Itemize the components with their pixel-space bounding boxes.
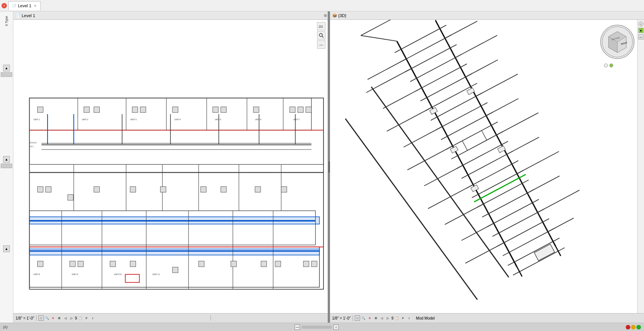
svg-rect-29 <box>38 107 43 113</box>
svg-rect-47 <box>201 186 206 192</box>
status-icon-rect[interactable]: □ <box>38 315 44 321</box>
status-icon-i[interactable]: I <box>90 315 95 321</box>
viewport-right: 📦 {3D} <box>330 11 644 323</box>
status-icon-clip-r[interactable]: 📋 <box>394 315 400 321</box>
svg-rect-63 <box>231 261 237 267</box>
svg-text:UNIT-7: UNIT-7 <box>293 118 300 121</box>
separator-right <box>352 315 353 321</box>
status-icon-f[interactable]: F <box>84 315 89 321</box>
svg-text:UNIT-5: UNIT-5 <box>215 118 221 121</box>
svg-line-2 <box>322 36 324 38</box>
cube-nav-btn-2[interactable] <box>609 64 613 67</box>
view-title-label-right: {3D} <box>338 13 346 18</box>
mini-btn-3[interactable]: — <box>638 34 644 40</box>
cube-circle[interactable]: RIGHT BOTTOM <box>600 25 634 59</box>
sidebar-btn-1[interactable]: ▲ <box>3 65 10 72</box>
toolbar-2d-btn[interactable]: 2D <box>317 22 325 30</box>
svg-rect-100 <box>330 30 644 304</box>
scale-label-right: 1/8" = 1'-0" <box>332 316 351 320</box>
view-title-label-left: Level 1 <box>22 13 35 18</box>
view-title-icon-right: 📦 <box>332 13 337 18</box>
svg-text:2D: 2D <box>319 25 323 29</box>
svg-rect-39 <box>298 107 303 113</box>
svg-rect-44 <box>94 186 100 192</box>
status-icon-prev-r[interactable]: ◁ <box>379 315 384 321</box>
svg-rect-66 <box>303 261 309 267</box>
cube-nav-btn-1[interactable] <box>604 64 608 67</box>
toolbar-minus-btn[interactable]: — <box>317 40 325 49</box>
floorplan-area[interactable]: UNIT-1 UNIT-2 UNIT-3 UNIT-4 UNIT-5 UNIT-… <box>13 20 328 313</box>
tab-level1[interactable]: 📄 Level 1 × <box>8 1 41 10</box>
svg-line-157 <box>425 20 461 21</box>
minimize-left[interactable] <box>324 14 327 17</box>
svg-rect-38 <box>290 107 295 113</box>
status-icon-clip[interactable]: 📋 <box>78 315 83 321</box>
status-icon-gear-r[interactable]: ⚙ <box>373 315 378 321</box>
svg-rect-31 <box>94 107 100 113</box>
sidebar-btn-2[interactable]: ▲ <box>3 156 10 163</box>
svg-rect-48 <box>221 186 226 192</box>
svg-rect-30 <box>84 107 89 113</box>
svg-rect-56 <box>38 261 43 267</box>
svg-rect-46 <box>160 186 166 192</box>
status-icon-search[interactable]: 🔍 <box>45 315 50 321</box>
global-close-btn[interactable] <box>626 325 630 329</box>
tab-level1-label: Level 1 <box>18 3 31 8</box>
sidebar-btn-3[interactable]: ▲ <box>3 245 10 252</box>
threeD-area[interactable] <box>330 20 644 313</box>
svg-text:UNIT-2: UNIT-2 <box>82 118 88 121</box>
svg-rect-32 <box>132 107 138 113</box>
svg-text:UNIT-4: UNIT-4 <box>174 118 181 121</box>
mini-btn-2[interactable]: ■ <box>638 28 644 33</box>
svg-text:UNIT-9: UNIT-9 <box>72 273 78 275</box>
center-sep <box>210 315 211 321</box>
global-btn-2[interactable]: ○ <box>333 325 339 330</box>
content-area: it Type ▲ ▲ ▲ 📄 Level 1 <box>0 11 644 323</box>
status-bar-left: 1/8" = 1'-0" □ 🔍 ✕ ⚙ ◁ ▷ 9 📋 F I <box>13 313 328 323</box>
mini-btn-1[interactable]: ○ <box>638 21 644 27</box>
svg-text:UNIT-6: UNIT-6 <box>255 118 261 121</box>
status-icon-gear[interactable]: ⚙ <box>57 315 62 321</box>
global-min-btn[interactable] <box>631 325 636 329</box>
svg-rect-34 <box>172 107 178 113</box>
svg-rect-43 <box>68 195 73 201</box>
status-icon-f-r[interactable]: F <box>400 315 406 321</box>
svg-rect-65 <box>275 261 281 267</box>
close-button[interactable]: × <box>2 3 7 8</box>
status-icon-rect-r[interactable]: □ <box>355 315 360 321</box>
global-scrollbar[interactable] <box>301 326 332 329</box>
svg-rect-55 <box>29 249 319 255</box>
svg-rect-49 <box>255 186 261 192</box>
sidebar-scroll-1 <box>1 72 12 77</box>
global-status: ply <box>3 325 8 329</box>
tab-level1-close[interactable]: × <box>33 3 37 8</box>
status-icon-i-r[interactable]: I <box>406 315 412 321</box>
status-icon-x-r[interactable]: ✕ <box>367 315 372 321</box>
svg-point-89 <box>177 254 179 256</box>
global-btn-1[interactable]: — <box>295 325 300 330</box>
nav-cube[interactable]: RIGHT BOTTOM <box>600 25 638 70</box>
svg-text:UNIT-10: UNIT-10 <box>114 273 122 275</box>
svg-rect-45 <box>130 186 136 192</box>
view-splitter[interactable] <box>328 11 330 323</box>
viewport-left: 📄 Level 1 2D — <box>13 11 328 323</box>
status-icon-prev[interactable]: ◁ <box>63 315 68 321</box>
status-count: 9 <box>75 316 77 320</box>
global-max-btn[interactable] <box>636 325 641 329</box>
global-bottom-bar: ply — ○ <box>0 323 644 331</box>
status-icon-next[interactable]: ▷ <box>69 315 74 321</box>
svg-rect-62 <box>199 261 204 267</box>
status-icon-search-r[interactable]: 🔍 <box>361 315 366 321</box>
scale-label-left: 1/8" = 1'-0" <box>16 316 34 320</box>
tab-level1-icon: 📄 <box>12 4 16 8</box>
status-icon-next-r[interactable]: ▷ <box>385 315 391 321</box>
status-icon-x[interactable]: ✕ <box>51 315 56 321</box>
svg-text:UNIT-8: UNIT-8 <box>33 273 40 275</box>
splitter-handle <box>328 161 330 173</box>
sidebar-scroll-2 <box>1 164 12 168</box>
toolbar-zoom-btn[interactable] <box>317 31 325 40</box>
svg-rect-41 <box>38 186 43 192</box>
view-toolbar-left: 2D — <box>317 22 325 49</box>
svg-text:SA-1: SA-1 <box>30 146 34 148</box>
view-title-right: 📦 {3D} <box>330 11 644 20</box>
